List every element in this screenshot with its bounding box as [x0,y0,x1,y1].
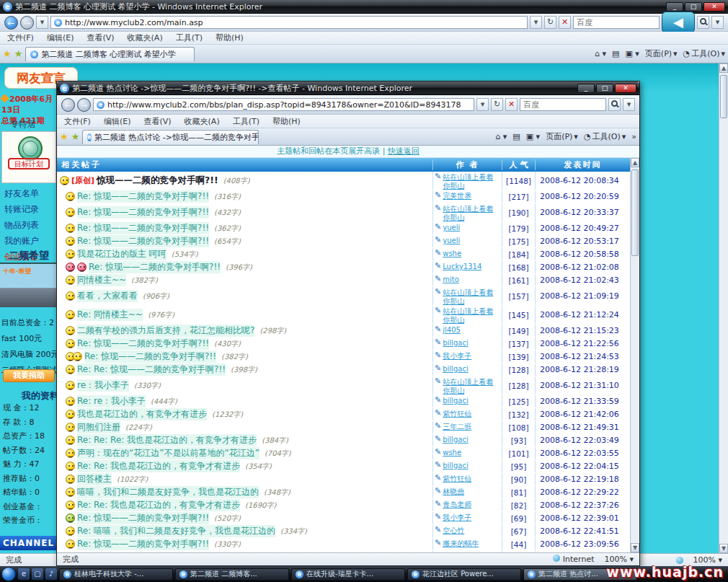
author-link[interactable]: 紫竹狂仙 [443,473,471,483]
author-link[interactable]: 站在山顶上看着你那山 [443,172,500,190]
thread-title-link[interactable]: Re: Re: Re: 我也是花江边的，有竞争才有进步 [77,434,257,446]
thread-title-link[interactable]: 二频有学校的强力后盾支持，花江怎能相比呢? [77,325,254,337]
quick-return-link[interactable]: 快速返回 [388,146,420,156]
author-link[interactable]: billgaci [443,395,468,405]
skin-arrow-button[interactable]: ◀ [662,12,695,33]
thread-title-link[interactable]: 我也是花江边的，有竞争才有进步 [77,408,207,420]
thread-title-link[interactable]: Re: 惊现——二频的竞争对手啊?!! [84,350,216,363]
author-link[interactable]: jl405 [443,325,461,335]
author-link[interactable]: yueli [443,235,460,245]
menu-item[interactable]: 收藏夹(A) [183,115,221,128]
popup-stop-button[interactable]: ✕ [505,98,518,111]
thread-title-link[interactable]: Re: 嘻嘻，我们和二频是友好竞争，我也是花江边的 [77,525,275,537]
quicklaunch-ie-icon[interactable]: e [18,568,30,580]
main-scrollbar[interactable]: ▲ ▼ [719,63,728,553]
search-button[interactable] [697,16,709,29]
thread-title-link[interactable]: Re: 同情楼主~~ [77,309,143,321]
start-button[interactable] [1,567,16,581]
menu-item[interactable]: 文件(F) [6,31,35,45]
thread-title-link[interactable]: Re: re：我小李子 [77,395,146,407]
scroll-down-icon[interactable]: ▼ [719,544,728,553]
popup-tab[interactable]: e 第二频道 热点讨论 ->惊现——二频的竞争对手啊.. [82,130,259,144]
menu-item[interactable]: 查看(V) [85,31,115,45]
author-link[interactable]: 紫竹狂仙 [443,408,471,418]
feeds-button[interactable]: ▤ [612,49,619,58]
stop-button[interactable]: ✕ [559,16,571,29]
maximize-button[interactable]: □ [685,2,702,12]
history-dropdown[interactable]: ▾ [36,16,48,29]
add-favorite-icon[interactable]: ★ [71,131,80,142]
author-link[interactable]: billgaci [443,363,468,374]
author-link[interactable]: billgaci [443,460,468,470]
menu-item[interactable]: 帮助(H) [271,115,302,128]
author-link[interactable]: billgaci [443,338,468,348]
close-button[interactable]: ✕ [703,2,725,12]
thread-title-link[interactable]: Re: 惊现——二频的竞争对手啊?!! [77,338,209,350]
author-link[interactable]: wshe [443,248,461,258]
popup-print-button[interactable]: ▣ ▾ [526,132,540,141]
popup-back-button[interactable]: ← [61,98,75,112]
tools-menu-button[interactable]: ◔ 工具(O) ▾ [683,48,725,59]
thread-title-link[interactable]: Re: Re: 惊现——二频的竞争对手啊?!! [77,363,226,376]
popup-home-button[interactable]: ⌂ ▾ [495,132,507,141]
popup-tools-menu-button[interactable]: ◔ 工具(O) ▾ [584,131,626,142]
thread-title-link[interactable]: 同胞们注册 [77,421,120,433]
sidebar-link[interactable]: 我的账户 [4,235,62,247]
menu-item[interactable]: 查看(V) [142,115,172,128]
taskbar-button[interactable]: e桂林电子科技大学 -... [59,568,173,581]
quicklaunch-media-icon[interactable]: ♪ [45,568,57,580]
taskbar-button[interactable]: e花江边社区 Powere... [407,568,521,581]
author-link[interactable]: mito [443,274,459,284]
author-link[interactable]: yueli [443,222,460,232]
scroll-down-icon[interactable]: ▼ [631,543,639,552]
thread-title-link[interactable]: 嘻嘻，我们和二频是友好竞争，我也是花江边的 [77,486,259,498]
thread-title-link[interactable]: Re: 惊现——二频的竞争对手啊?!! [77,235,209,247]
author-link[interactable]: 空心竹 [443,525,464,535]
popup-zoom-level[interactable]: 100% ▾ [605,555,634,564]
address-bar[interactable]: e http://www.myclub2.com/main.asp [50,16,528,29]
popup-forward-button[interactable]: → [77,98,91,112]
print-button[interactable]: ▣ ▾ [625,49,639,58]
thread-title-link[interactable]: Re: 惊现——二频的竞争对手啊?!! [89,261,221,273]
popup-page-menu-button[interactable]: 页面(P) ▾ [546,131,578,142]
author-link[interactable]: billgaci [443,434,468,444]
menu-item[interactable]: 帮助(H) [214,31,245,45]
thread-title-link[interactable]: 惊现——二频的竞争对手啊?!! [97,175,218,187]
popup-minimize-button[interactable]: _ [577,84,595,93]
popup-refresh-button[interactable]: ↻ [491,98,503,111]
thread-title-link[interactable]: Re: Re: 我也是花江边的，有竞争才有进步 [77,460,240,472]
thread-title-link[interactable]: Re: 惊现——二频的竞争对手啊?!! [77,222,209,234]
menu-item[interactable]: 编辑(E) [45,31,76,45]
add-favorite-icon[interactable]: ★ [14,48,23,59]
author-link[interactable]: 站在山顶上看着你那山 [443,376,500,394]
menu-item[interactable]: 工具(T) [174,31,204,45]
sidebar-link[interactable]: 转账记录 [4,203,62,216]
author-link[interactable]: 林晓曲 [443,486,464,496]
home-button[interactable]: ⌂ ▾ [595,49,606,58]
thread-title-link[interactable]: 看看，大家看看 [77,290,138,302]
author-link[interactable]: 青岛老师 [443,499,471,509]
menu-item[interactable]: 文件(F) [63,115,92,128]
author-link[interactable]: 我小李子 [443,512,471,522]
scroll-thumb[interactable] [720,75,727,118]
popup-address-dropdown[interactable]: ▾ [476,98,489,111]
forward-button[interactable]: → [20,16,34,30]
thread-title-link[interactable]: Re: 惊现——二频的竞争对手啊?!! [77,538,209,550]
scroll-up-icon[interactable]: ▲ [719,63,728,73]
thread-title-link[interactable]: 同情楼主~~ [77,274,126,286]
sidebar-link[interactable]: 好友名单 [4,188,62,200]
menu-item[interactable]: 收藏夹(A) [126,31,164,45]
scroll-thumb[interactable] [631,169,639,256]
author-link[interactable]: Lucky1314 [443,261,481,271]
sidebar-link[interactable]: 物品列表 [4,219,62,232]
menu-item[interactable]: 工具(T) [231,115,261,128]
author-link[interactable]: 搬来的蜗牛 [443,538,479,548]
search-options-dropdown[interactable]: ▾ [711,16,724,29]
author-link[interactable]: 站在山顶上看着你那山 [443,306,500,324]
author-link[interactable]: 三年二班 [443,421,471,431]
toolbar-overflow-chevron[interactable]: » [631,132,636,141]
author-link[interactable]: 站在山顶上看着你那山 [443,287,500,305]
popup-scrollbar[interactable]: ▲ ▼ [630,158,639,552]
thread-title-link[interactable]: Re: 惊现——二频的竞争对手啊?!! [77,206,209,219]
thread-title-link[interactable]: 声明：现在的“花江边”不是以前基地的“花江边” [77,447,259,459]
